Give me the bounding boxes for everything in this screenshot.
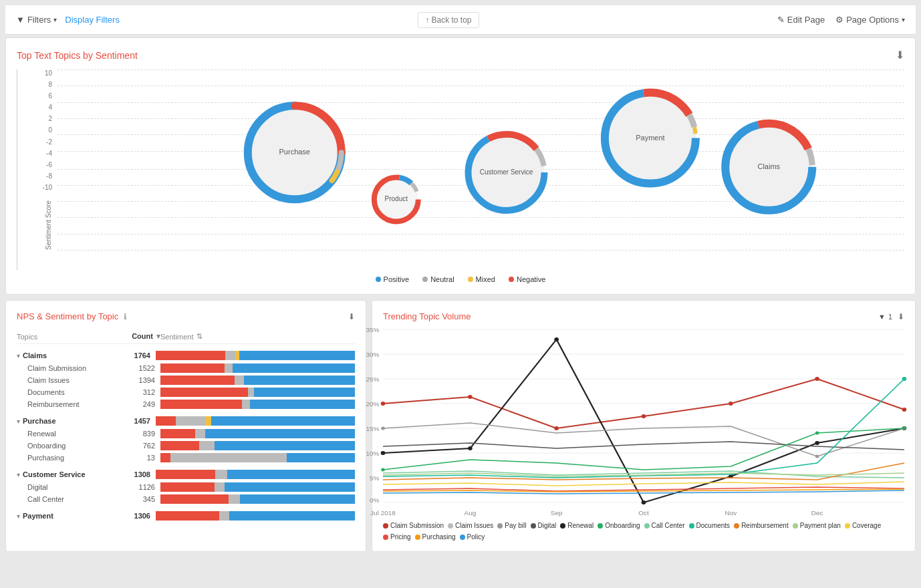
- svg-point-48: [815, 377, 819, 381]
- legend-item-claim-submission: Claim Submission: [383, 522, 444, 529]
- purchase-label: Purchase: [23, 417, 119, 425]
- child-row-purchasing[interactable]: Purchasing 13: [17, 452, 355, 464]
- svg-text:Purchase: Purchase: [279, 148, 310, 156]
- legend-dot-pay-bill: [497, 523, 503, 529]
- edit-page-button[interactable]: ✎ Edit Page: [777, 15, 825, 25]
- reimbursement-count: 249: [124, 400, 160, 408]
- legend-item-onboarding: Onboarding: [598, 522, 640, 529]
- svg-text:Jul 2018: Jul 2018: [370, 509, 396, 516]
- child-row-claim-issues[interactable]: Claim Issues 1394: [17, 374, 355, 386]
- child-row-claim-submission[interactable]: Claim Submission 1522: [17, 362, 355, 374]
- grid-line: [57, 250, 904, 251]
- filter-sort-icon: ⇅: [196, 332, 203, 341]
- parent-row-claims[interactable]: ▾ Claims 1764: [17, 349, 355, 362]
- expand-icon-claims[interactable]: ▾: [17, 352, 20, 359]
- trending-card: Trending Topic Volume ▼ 1 ⬇: [372, 300, 916, 552]
- expand-icon-cs[interactable]: ▾: [17, 471, 20, 478]
- expand-icon-payment[interactable]: ▾: [17, 512, 20, 520]
- legend-item-call-center: Call Center: [644, 522, 685, 529]
- legend-item-documents: Documents: [689, 522, 731, 529]
- trending-svg: 35% 30% 25% 20% 15% 10% 5% 0%: [383, 329, 904, 503]
- child-row-call-center[interactable]: Call Center 345: [17, 493, 355, 505]
- col-sentiment-header[interactable]: Sentiment ⇅: [160, 332, 355, 341]
- digital-count: 1126: [124, 483, 160, 491]
- svg-point-50: [381, 451, 386, 455]
- bubbles-svg: Purchase Product Customer Service: [57, 69, 904, 250]
- svg-text:Customer Service: Customer Service: [480, 168, 533, 176]
- page-options-button[interactable]: ⚙ Page Options ▾: [835, 15, 905, 25]
- legend-label-negative: Negative: [517, 275, 545, 283]
- purchasing-count: 13: [124, 454, 160, 462]
- legend-label-claim-issues: Claim Issues: [455, 522, 493, 529]
- parent-row-customer-service[interactable]: ▾ Customer Service 1308: [17, 468, 355, 481]
- top-bar-left: ▼ Filters ▾ Display Filters: [16, 15, 120, 25]
- parent-row-payment[interactable]: ▾ Payment 1306: [17, 509, 355, 523]
- y-axis-label: Sentiment Score: [45, 200, 52, 250]
- download-icon[interactable]: ⬇: [896, 49, 904, 61]
- legend-item-neutral: Neutral: [422, 275, 454, 283]
- documents-label: Documents: [27, 388, 124, 396]
- filters-button[interactable]: ▼ Filters ▾: [16, 15, 57, 25]
- svg-text:Nov: Nov: [725, 509, 737, 516]
- trending-download-icon[interactable]: ⬇: [898, 312, 904, 321]
- legend-item-pricing: Pricing: [383, 533, 411, 541]
- legend-label-pay-bill: Pay bill: [505, 522, 526, 529]
- purchasing-label: Purchasing: [27, 454, 124, 462]
- child-row-reimbursement[interactable]: Reimbursement 249: [17, 398, 355, 410]
- nps-download-icon[interactable]: ⬇: [348, 312, 355, 321]
- legend-label-mixed: Mixed: [476, 275, 495, 283]
- trending-header: Trending Topic Volume ▼ 1 ⬇: [383, 311, 904, 321]
- legend-label-reimbursement: Reimbursement: [741, 522, 789, 529]
- claim-issues-label: Claim Issues: [27, 376, 124, 384]
- legend-dot-claim-issues: [448, 523, 453, 529]
- svg-text:5%: 5%: [370, 474, 380, 481]
- legend-dot-purchasing: [415, 535, 420, 540]
- y-axis: 10 8 6 4 2 0 -2 -4 -6 -8 -10 Sentiment S…: [17, 69, 57, 250]
- customer-service-count: 1308: [119, 470, 156, 478]
- top-bar-right: ✎ Edit Page ⚙ Page Options ▾: [777, 15, 905, 25]
- child-row-renewal[interactable]: Renewal 839: [17, 428, 355, 440]
- col-count-header[interactable]: Count ▾: [124, 332, 160, 341]
- onboarding-count: 762: [124, 442, 160, 450]
- renewal-bar: [160, 429, 355, 438]
- payment-bar: [156, 511, 355, 521]
- renewal-count: 839: [124, 430, 160, 438]
- svg-text:20%: 20%: [366, 400, 380, 407]
- svg-text:35%: 35%: [366, 326, 380, 333]
- svg-point-60: [381, 468, 385, 472]
- info-icon[interactable]: ℹ: [124, 312, 127, 321]
- filter-icon: ▼: [16, 15, 25, 25]
- back-to-top-button[interactable]: ↑ Back to top: [418, 12, 479, 28]
- gear-icon: ⚙: [835, 15, 843, 25]
- legend-item-digital: Digital: [531, 522, 557, 529]
- legend-label-payment-plan: Payment plan: [800, 522, 841, 529]
- filter-badge[interactable]: ▼ 1: [878, 313, 892, 321]
- child-row-documents[interactable]: Documents 312: [17, 386, 355, 398]
- svg-text:0%: 0%: [370, 496, 380, 503]
- svg-point-44: [468, 395, 473, 399]
- legend-label-positive: Positive: [384, 275, 410, 283]
- trending-controls: ▼ 1 ⬇: [878, 312, 904, 321]
- expand-icon-purchase[interactable]: ▾: [17, 418, 20, 425]
- svg-text:Aug: Aug: [464, 509, 476, 516]
- parent-row-purchase[interactable]: ▾ Purchase 1457: [17, 414, 355, 428]
- trending-title: Trending Topic Volume: [383, 311, 471, 321]
- legend-label-coverage: Coverage: [852, 522, 881, 529]
- main-content: Top Text Topics by Sentiment ⬇ 10 8 6 4 …: [5, 37, 916, 552]
- legend-dot-pricing: [383, 535, 388, 540]
- child-row-onboarding[interactable]: Onboarding 762: [17, 440, 355, 452]
- display-filters-button[interactable]: Display Filters: [65, 15, 120, 25]
- child-row-digital[interactable]: Digital 1126: [17, 481, 355, 493]
- purchase-bar: [156, 416, 355, 426]
- nps-table-header: NPS & Sentiment by Topic ℹ ⬇: [17, 311, 355, 321]
- purchasing-bar: [160, 453, 355, 462]
- filters-label: Filters: [27, 15, 51, 25]
- svg-text:Oct: Oct: [638, 509, 649, 516]
- topic-row-claims: ▾ Claims 1764 Clai: [17, 347, 355, 412]
- filter-count: 1: [888, 313, 892, 321]
- legend-dot-neutral: [422, 277, 428, 282]
- bar-pos: [239, 351, 355, 360]
- legend-dot-renewal: [560, 523, 565, 529]
- reimbursement-bar: [160, 400, 355, 409]
- svg-text:30%: 30%: [366, 351, 380, 357]
